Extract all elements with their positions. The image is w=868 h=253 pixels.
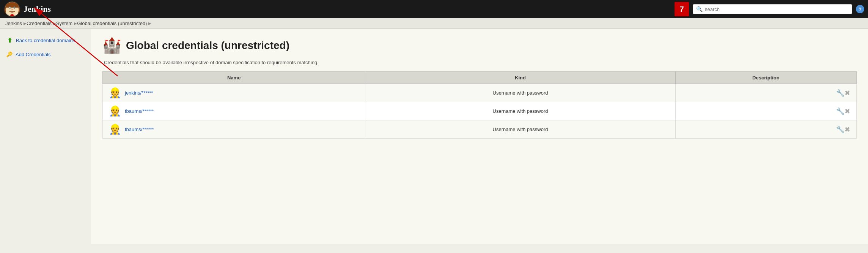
breadcrumb-sep-1: ▶	[53, 21, 56, 25]
header: Jenkins 7 🔍 ?	[0, 0, 868, 18]
breadcrumb-item-system[interactable]: System ▶	[56, 21, 77, 26]
castle-icon: 🏰	[102, 36, 121, 54]
table-row: 👷 tbaums/****** Username with password🔧✖	[103, 102, 857, 120]
credential-link[interactable]: tbaums/******	[125, 108, 154, 114]
table-header-row: Name Kind Description	[103, 72, 857, 84]
svg-point-3	[9, 7, 10, 8]
help-button[interactable]: ?	[856, 5, 864, 13]
credential-icon: 👷	[109, 123, 121, 135]
main-layout: ⬆ Back to credential domains 🔑 Add Crede…	[0, 29, 868, 244]
credential-kind-cell: Username with password	[365, 102, 675, 120]
page-title: Global credentials (unrestricted)	[126, 40, 289, 52]
content-area: 🏰 Global credentials (unrestricted) Cred…	[91, 29, 868, 244]
logo-area: Jenkins	[4, 1, 671, 17]
credential-link[interactable]: tbaums/******	[125, 126, 154, 132]
search-bar: 🔍	[693, 4, 852, 14]
key-icon: 🔑	[6, 51, 13, 57]
col-header-description: Description	[675, 72, 856, 84]
search-input[interactable]	[705, 6, 849, 12]
breadcrumb-item-global-credentials[interactable]: Global credentials (unrestricted) ▶	[77, 21, 151, 26]
page-description: Credentials that should be available irr…	[102, 60, 857, 65]
svg-point-5	[11, 9, 13, 10]
page-title-row: 🏰 Global credentials (unrestricted)	[102, 36, 857, 54]
search-icon: 🔍	[696, 6, 703, 12]
up-arrow-icon: ⬆	[6, 37, 13, 44]
svg-point-6	[11, 14, 13, 16]
credential-kind-cell: Username with password	[365, 120, 675, 139]
credential-kind-cell: Username with password	[365, 84, 675, 102]
svg-point-4	[14, 7, 15, 8]
credentials-table: Name Kind Description 👷 jenkins/****** U…	[102, 71, 857, 139]
col-header-name: Name	[103, 72, 365, 84]
breadcrumb: Jenkins ▶ Credentials ▶ System ▶ Global …	[0, 18, 868, 29]
credential-name-cell: 👷 tbaums/******	[103, 102, 365, 120]
app-title: Jenkins	[24, 4, 51, 14]
add-credentials-link[interactable]: 🔑 Add Credentials	[5, 49, 86, 59]
credential-name-cell: 👷 tbaums/******	[103, 120, 365, 139]
sidebar: ⬆ Back to credential domains 🔑 Add Crede…	[0, 29, 91, 244]
credential-description-cell: 🔧✖	[675, 84, 856, 102]
jenkins-logo[interactable]	[4, 1, 20, 17]
wrench-icon[interactable]: 🔧✖	[836, 108, 850, 115]
col-header-kind: Kind	[365, 72, 675, 84]
breadcrumb-item-credentials[interactable]: Credentials ▶	[27, 21, 56, 26]
wrench-icon[interactable]: 🔧✖	[836, 89, 850, 97]
back-to-credential-domains-link[interactable]: ⬆ Back to credential domains	[5, 35, 86, 46]
wrench-icon[interactable]: 🔧✖	[836, 126, 850, 133]
breadcrumb-sep-3: ▶	[148, 21, 151, 25]
breadcrumb-item-jenkins[interactable]: Jenkins ▶	[5, 21, 27, 26]
credentials-tbody: 👷 jenkins/****** Username with password🔧…	[103, 84, 857, 139]
table-row: 👷 jenkins/****** Username with password🔧…	[103, 84, 857, 102]
credential-icon: 👷	[109, 87, 121, 99]
notification-badge[interactable]: 7	[675, 2, 689, 16]
credential-icon: 👷	[109, 105, 121, 117]
credential-description-cell: 🔧✖	[675, 120, 856, 139]
credential-name-cell: 👷 jenkins/******	[103, 84, 365, 102]
breadcrumb-sep-2: ▶	[74, 21, 77, 25]
credential-description-cell: 🔧✖	[675, 102, 856, 120]
table-row: 👷 tbaums/****** Username with password🔧✖	[103, 120, 857, 139]
breadcrumb-sep-0: ▶	[24, 21, 27, 25]
credential-link[interactable]: jenkins/******	[125, 90, 153, 96]
